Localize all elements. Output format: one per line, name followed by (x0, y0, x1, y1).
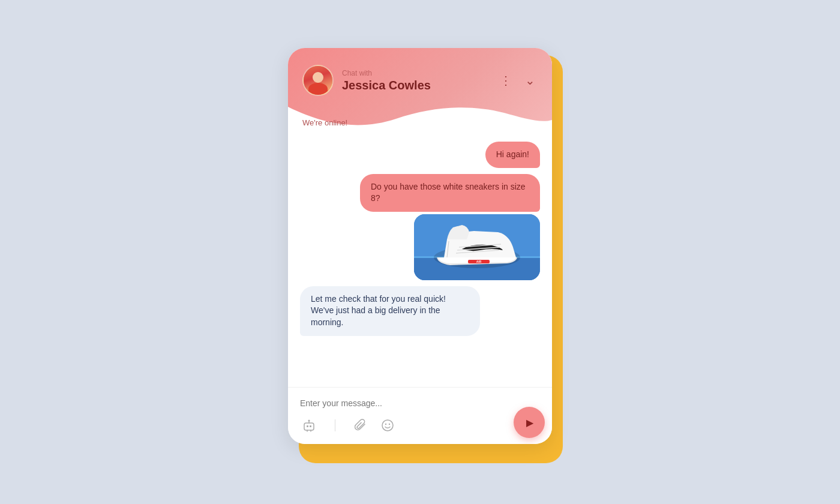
message-row-3: Let me check that for you real quick! We… (300, 286, 540, 336)
svg-point-12 (389, 424, 390, 425)
svg-point-11 (385, 424, 386, 425)
input-toolbar (300, 416, 540, 434)
svg-text:AIR: AIR (476, 260, 482, 263)
toolbar-icons (300, 416, 397, 434)
svg-point-9 (308, 420, 310, 422)
header-actions: ⋮ ⌄ (497, 71, 538, 90)
input-area (288, 387, 552, 444)
minimize-button[interactable]: ⌄ (523, 71, 538, 90)
send-button[interactable] (514, 407, 545, 438)
message-input[interactable] (300, 395, 540, 412)
message-row-2: Do you have those white sneakers in size… (300, 174, 540, 280)
toolbar-divider (335, 419, 335, 431)
chat-header: Chat with Jessica Cowles ⋮ ⌄ We're onlin… (288, 48, 552, 132)
message-bubble-3: Let me check that for you real quick! We… (300, 286, 480, 336)
message-row-1: Hi again! (300, 142, 540, 168)
avatar (302, 65, 334, 96)
svg-rect-7 (307, 425, 308, 427)
message-bubble-2: Do you have those white sneakers in size… (360, 174, 540, 212)
wave-divider (288, 101, 552, 132)
more-options-button[interactable]: ⋮ (497, 71, 514, 90)
header-subtitle: Chat with (342, 69, 489, 77)
svg-point-10 (382, 420, 393, 431)
svg-rect-6 (304, 423, 314, 430)
emoji-icon-button[interactable] (379, 416, 397, 434)
attachment-icon-button[interactable] (352, 416, 369, 434)
bot-icon-button[interactable] (300, 416, 318, 434)
message-bubble-1: Hi again! (485, 142, 540, 168)
messages-area: Hi again! Do you have those white sneake… (288, 132, 552, 387)
chat-scene: Chat with Jessica Cowles ⋮ ⌄ We're onlin… (288, 48, 552, 456)
online-status: We're online! (302, 118, 347, 127)
svg-rect-8 (310, 425, 311, 427)
chat-card: Chat with Jessica Cowles ⋮ ⌄ We're onlin… (288, 48, 552, 444)
header-info: Chat with Jessica Cowles (342, 69, 489, 92)
contact-name: Jessica Cowles (342, 79, 489, 92)
sneaker-image: AIR (414, 214, 540, 280)
